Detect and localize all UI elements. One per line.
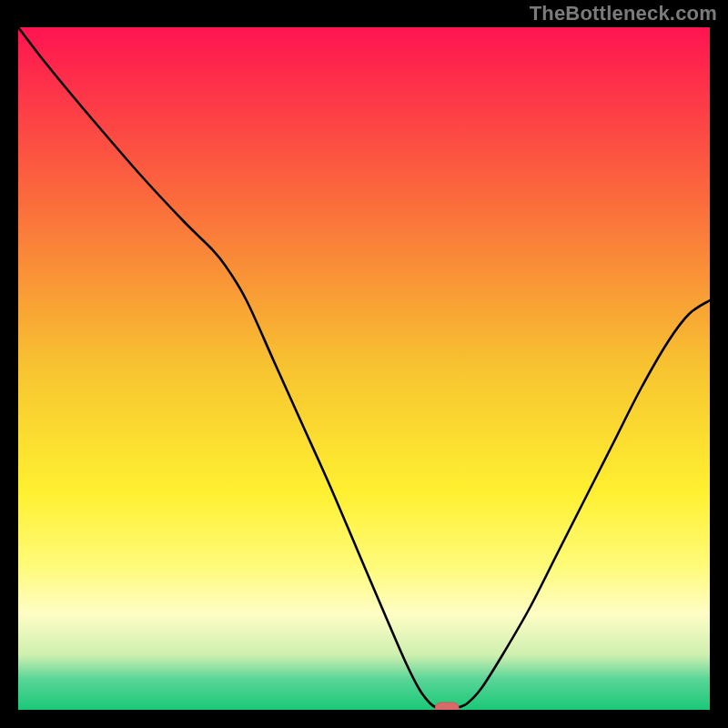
plot-area bbox=[18, 27, 710, 710]
optimum-marker bbox=[435, 703, 459, 710]
gradient-background bbox=[18, 27, 710, 710]
attribution-label: TheBottleneck.com bbox=[530, 2, 717, 25]
bottleneck-chart bbox=[18, 27, 710, 710]
chart-frame: TheBottleneck.com bbox=[0, 0, 728, 728]
